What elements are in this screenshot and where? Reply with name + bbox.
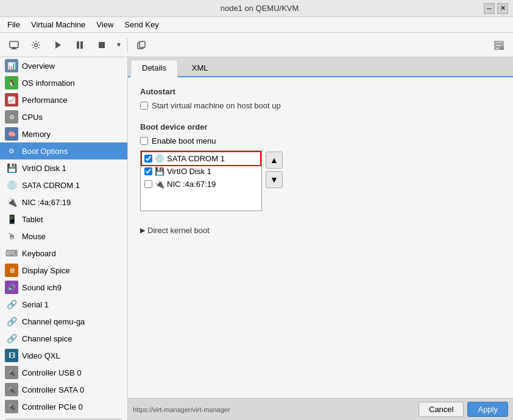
manage-snapshots-btn[interactable]: [489, 36, 509, 54]
virtio-disk-icon: 💾: [5, 161, 18, 175]
sidebar-item-display-spice[interactable]: 🖥 Display Spice: [0, 262, 127, 279]
sidebar-label-performance: Performance: [22, 96, 67, 105]
direct-kernel-boot-header[interactable]: ▶ Direct kernel boot: [140, 223, 501, 237]
sidebar-label-nic: NIC :4a:67:19: [22, 198, 71, 207]
menu-file[interactable]: File: [2, 19, 25, 30]
sidebar-label-overview: Overview: [22, 61, 55, 71]
autostart-checkbox[interactable]: [140, 102, 148, 110]
enable-boot-menu-checkbox[interactable]: [140, 137, 148, 145]
svg-rect-11: [495, 44, 503, 46]
sidebar-label-virtio-disk: VirtIO Disk 1: [22, 164, 66, 173]
sidebar-label-display-spice: Display Spice: [22, 266, 70, 275]
boot-down-arrow[interactable]: ▼: [266, 171, 283, 188]
autostart-section: Autostart Start virtual machine on host …: [140, 87, 501, 110]
performance-icon: 📈: [5, 93, 18, 107]
sidebar-item-channel-qemu-ga[interactable]: 🔗 Channel qemu-ga: [0, 313, 127, 330]
boot-device-order-section: Boot device order Enable boot menu 💿 SAT…: [140, 122, 501, 211]
boot-item-virtio-disk-checkbox[interactable]: [144, 167, 152, 175]
channel-spice-icon: 🔗: [5, 332, 18, 345]
mouse-icon: 🖱: [5, 229, 18, 243]
monitor-btn[interactable]: [4, 36, 24, 54]
settings-btn[interactable]: [26, 36, 46, 54]
nic-boot-icon: 🔌: [155, 180, 165, 189]
tab-details[interactable]: Details: [130, 60, 178, 77]
boot-list-box[interactable]: 💿 SATA CDROM 1 💾 VirtIO Disk 1 🔌: [140, 150, 262, 211]
tab-xml[interactable]: XML: [180, 60, 220, 76]
sidebar-label-channel-qemu-ga: Channel qemu-ga: [22, 317, 85, 326]
boot-item-virtio-disk[interactable]: 💾 VirtIO Disk 1: [142, 165, 260, 178]
clone-btn[interactable]: [131, 36, 152, 54]
sidebar-item-channel-spice[interactable]: 🔗 Channel spice: [0, 330, 127, 347]
sidebar-item-nic[interactable]: 🔌 NIC :4a:67:19: [0, 194, 127, 211]
toolbar-right: [489, 36, 509, 54]
titlebar: node1 on QEMU/KVM ─ ✕: [0, 0, 513, 17]
menu-virtual-machine[interactable]: Virtual Machine: [26, 19, 90, 30]
boot-item-sata-cdrom[interactable]: 💿 SATA CDROM 1: [142, 152, 260, 165]
os-info-icon: 🐧: [5, 76, 18, 89]
stop-btn[interactable]: [91, 36, 112, 54]
sidebar: 📊 Overview 🐧 OS information 📈 Performanc…: [0, 57, 128, 420]
cancel-button[interactable]: Cancel: [419, 402, 464, 417]
sidebar-item-sata-cdrom[interactable]: 💿 SATA CDROM 1: [0, 177, 127, 194]
close-btn[interactable]: ✕: [497, 3, 508, 14]
svg-rect-10: [495, 41, 503, 43]
keyboard-icon: ⌨: [5, 247, 18, 260]
boot-item-sata-cdrom-checkbox[interactable]: [144, 155, 152, 163]
boot-item-nic-checkbox[interactable]: [144, 180, 152, 188]
boot-item-sata-cdrom-label: SATA CDROM 1: [167, 154, 225, 163]
sidebar-item-memory[interactable]: 🧠 Memory: [0, 125, 127, 142]
sidebar-item-virtio-disk[interactable]: 💾 VirtIO Disk 1: [0, 159, 127, 177]
sata-cdrom-boot-icon: 💿: [155, 154, 165, 163]
window-title: node1 on QEMU/KVM: [35, 4, 484, 13]
svg-point-3: [35, 43, 38, 46]
direct-kernel-boot-section: ▶ Direct kernel boot: [140, 223, 501, 237]
snapshot-dropdown[interactable]: ▼: [113, 36, 124, 54]
sidebar-label-cpus: CPUs: [22, 113, 43, 122]
run-btn[interactable]: [48, 36, 68, 54]
sidebar-item-overview[interactable]: 📊 Overview: [0, 57, 127, 74]
sidebar-item-performance[interactable]: 📈 Performance: [0, 91, 127, 108]
menu-view[interactable]: View: [91, 19, 118, 30]
sata-cdrom-icon: 💿: [5, 178, 18, 192]
svg-rect-5: [77, 41, 79, 49]
nic-icon: 🔌: [5, 195, 18, 209]
sidebar-item-controller-usb[interactable]: 🔌 Controller USB 0: [0, 364, 127, 381]
minimize-btn[interactable]: ─: [484, 3, 495, 14]
sidebar-item-video-qxl[interactable]: 🎞 Video QXL: [0, 347, 127, 364]
autostart-label: Start virtual machine on host boot up: [152, 101, 281, 110]
apply-button[interactable]: Apply: [467, 402, 508, 417]
memory-icon: 🧠: [5, 127, 18, 141]
autostart-section-title: Autostart: [140, 87, 501, 96]
sidebar-label-boot-options: Boot Options: [22, 147, 68, 156]
display-spice-icon: 🖥: [5, 264, 18, 277]
sidebar-item-cpus[interactable]: ⚙ CPUs: [0, 108, 127, 125]
sound-icon: 🔊: [5, 281, 18, 294]
sidebar-label-mouse: Mouse: [22, 232, 46, 241]
bottom-buttons: Cancel Apply: [419, 402, 508, 417]
sidebar-item-keyboard[interactable]: ⌨ Keyboard: [0, 245, 127, 262]
video-qxl-icon: 🎞: [5, 349, 18, 362]
boot-up-arrow[interactable]: ▲: [266, 152, 283, 169]
boot-item-nic[interactable]: 🔌 NIC :4a:67:19: [142, 178, 260, 191]
sidebar-label-controller-usb: Controller USB 0: [22, 368, 82, 377]
controller-usb-icon: 🔌: [5, 366, 18, 379]
sidebar-label-sound: Sound ich9: [22, 283, 62, 292]
cpus-icon: ⚙: [5, 110, 18, 124]
sidebar-item-controller-sata[interactable]: 🔌 Controller SATA 0: [0, 381, 127, 398]
sidebar-label-controller-sata: Controller SATA 0: [22, 385, 84, 394]
sidebar-item-serial-1[interactable]: 🔗 Serial 1: [0, 296, 127, 313]
sidebar-item-mouse[interactable]: 🖱 Mouse: [0, 228, 127, 245]
enable-boot-menu-row: Enable boot menu: [140, 136, 501, 145]
svg-marker-4: [55, 41, 61, 49]
menu-send-key[interactable]: Send Key: [119, 19, 163, 30]
sidebar-item-os-information[interactable]: 🐧 OS information: [0, 74, 127, 91]
sidebar-label-channel-spice: Channel spice: [22, 334, 72, 343]
sidebar-item-tablet[interactable]: 📱 Tablet: [0, 211, 127, 228]
pause-btn[interactable]: [69, 36, 90, 54]
sidebar-item-boot-options[interactable]: ⚙ Boot Options: [0, 142, 127, 159]
svg-rect-6: [80, 41, 83, 49]
controller-sata-icon: 🔌: [5, 383, 18, 396]
svg-rect-0: [10, 41, 18, 47]
sidebar-item-sound-ich9[interactable]: 🔊 Sound ich9: [0, 279, 127, 296]
sidebar-item-controller-pcie[interactable]: 🔌 Controller PCIe 0: [0, 398, 127, 415]
